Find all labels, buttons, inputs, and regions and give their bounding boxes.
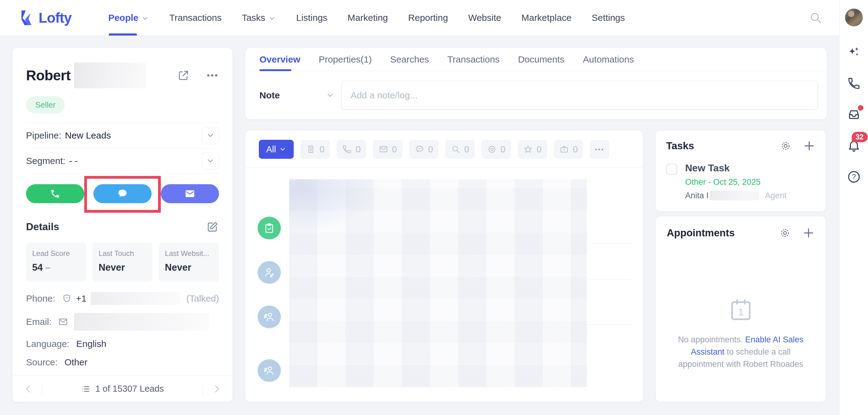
share-contact-icon[interactable] bbox=[177, 69, 190, 82]
right-toolbar: 32 ? bbox=[839, 0, 868, 415]
edit-details-icon[interactable] bbox=[206, 220, 219, 233]
lead-list-position[interactable]: 1 of 15307 Leads bbox=[51, 384, 194, 394]
tasks-settings-icon[interactable] bbox=[780, 140, 792, 152]
filter-emails-chip[interactable]: 0 bbox=[373, 140, 402, 159]
help-icon[interactable]: ? bbox=[847, 170, 861, 184]
timeline-content-redacted bbox=[289, 179, 587, 387]
tab-overview[interactable]: Overview bbox=[259, 48, 300, 71]
tab-automations[interactable]: Automations bbox=[583, 48, 634, 71]
filter-messages-chip[interactable]: 0 bbox=[409, 140, 439, 159]
lead-pagination-bar: 1 of 15307 Leads bbox=[12, 376, 232, 402]
nav-item-people[interactable]: People bbox=[108, 0, 149, 35]
nav-item-website[interactable]: Website bbox=[468, 0, 501, 35]
previous-lead-icon[interactable] bbox=[23, 384, 33, 394]
appointments-title: Appointments bbox=[667, 227, 735, 239]
user-avatar[interactable] bbox=[845, 8, 863, 26]
appointments-empty-message: No appointments. Enable AI Sales Assista… bbox=[668, 333, 814, 370]
filter-calls-chip[interactable]: 0 bbox=[337, 140, 366, 159]
more-options-icon[interactable] bbox=[206, 69, 219, 82]
envelope-outline-icon bbox=[58, 317, 68, 327]
phone-status: (Talked) bbox=[186, 293, 219, 304]
ai-assistant-icon[interactable] bbox=[847, 46, 861, 59]
inbox-icon[interactable] bbox=[847, 107, 861, 121]
add-appointment-icon[interactable] bbox=[802, 227, 815, 239]
shield-question-icon: ? bbox=[62, 294, 72, 303]
call-button[interactable] bbox=[26, 184, 84, 203]
contact-last-name-redacted bbox=[74, 62, 146, 88]
divider bbox=[587, 279, 630, 280]
nav-item-reporting[interactable]: Reporting bbox=[408, 0, 448, 35]
email-address-redacted bbox=[74, 313, 209, 331]
envelope-icon bbox=[378, 144, 389, 154]
search-icon[interactable] bbox=[809, 11, 822, 24]
brand-name: Lofty bbox=[39, 9, 71, 26]
next-lead-icon[interactable] bbox=[212, 384, 222, 394]
stat-last-touch: Last Touch Never bbox=[93, 242, 153, 282]
filter-views-chip[interactable]: 0 bbox=[482, 140, 511, 159]
task-title[interactable]: New Task bbox=[685, 162, 786, 174]
source-row: Source: Other bbox=[26, 357, 219, 367]
task-assignee-role: Agent bbox=[765, 191, 787, 201]
stat-last-website-visit: Last Websit... Never bbox=[159, 242, 219, 282]
task-checkbox[interactable] bbox=[666, 164, 677, 175]
chat-bubble-icon bbox=[415, 144, 425, 154]
pipeline-select[interactable]: Pipeline: New Leads bbox=[26, 123, 219, 148]
divider bbox=[587, 243, 630, 244]
tab-documents[interactable]: Documents bbox=[518, 48, 564, 71]
segment-value: - - bbox=[69, 156, 78, 166]
email-button[interactable] bbox=[161, 184, 219, 203]
stat-lead-score: Lead Score 54– bbox=[26, 242, 86, 282]
note-type-select[interactable]: Note bbox=[259, 90, 335, 100]
contact-type-badge: Seller bbox=[26, 96, 65, 113]
top-nav-bar: Lofty People Transactions Tasks Listings… bbox=[0, 0, 839, 36]
eye-icon bbox=[487, 144, 497, 154]
timeline-body bbox=[245, 168, 643, 388]
chevron-down-icon[interactable] bbox=[202, 127, 219, 144]
chevron-down-icon[interactable] bbox=[202, 152, 219, 170]
appointments-settings-icon[interactable] bbox=[779, 227, 791, 239]
notifications-bell-icon[interactable]: 32 bbox=[847, 139, 861, 153]
filter-searches-chip[interactable]: 0 bbox=[445, 140, 475, 159]
nav-item-listings[interactable]: Listings bbox=[296, 0, 328, 35]
timeline-event-person-transfer-icon bbox=[257, 359, 281, 382]
filter-more-button[interactable]: ... bbox=[590, 140, 609, 159]
briefcase-icon bbox=[559, 144, 569, 154]
sms-button[interactable] bbox=[93, 184, 152, 203]
nav-item-transactions[interactable]: Transactions bbox=[169, 0, 222, 35]
nav-item-marketing[interactable]: Marketing bbox=[348, 0, 388, 35]
chevron-down-icon bbox=[279, 146, 286, 153]
chevron-down-icon bbox=[268, 14, 276, 22]
task-assignee: Anita I bbox=[685, 191, 709, 201]
contact-tabs: Overview Properties(1) Searches Transact… bbox=[245, 48, 827, 71]
lofty-logo-icon bbox=[19, 9, 34, 26]
tab-transactions[interactable]: Transactions bbox=[447, 48, 500, 71]
svg-text:?: ? bbox=[66, 296, 68, 301]
nav-item-tasks[interactable]: Tasks bbox=[242, 0, 276, 35]
filter-all-button[interactable]: All bbox=[259, 140, 294, 159]
nav-item-settings[interactable]: Settings bbox=[592, 0, 625, 35]
tab-searches[interactable]: Searches bbox=[390, 48, 429, 71]
dialer-icon[interactable] bbox=[847, 77, 861, 90]
divider bbox=[203, 382, 203, 396]
contact-panel: Robert Seller Pipeline: New Leads Segmen… bbox=[12, 48, 233, 402]
note-input[interactable] bbox=[341, 81, 818, 110]
inbox-unread-dot bbox=[858, 105, 863, 111]
activity-filter-row: All 0 0 0 0 0 0 0 bbox=[245, 130, 643, 168]
segment-select[interactable]: Segment: - - bbox=[26, 148, 219, 174]
filter-notes-chip[interactable]: 0 bbox=[301, 140, 330, 159]
appointments-panel: Appointments 1 No appointments. Enable A… bbox=[655, 216, 826, 402]
tab-properties[interactable]: Properties(1) bbox=[318, 48, 372, 71]
nav-item-marketplace[interactable]: Marketplace bbox=[521, 0, 571, 35]
chevron-down-icon bbox=[326, 91, 335, 99]
timeline-event-clipboard-check-icon bbox=[257, 217, 281, 239]
lofty-logo[interactable]: Lofty bbox=[19, 9, 71, 26]
phone-row: Phone: ? +1 (Talked) bbox=[26, 292, 219, 305]
contact-first-name: Robert bbox=[26, 67, 70, 84]
email-row: Email: bbox=[26, 313, 219, 331]
phone-country-code[interactable]: +1 bbox=[76, 293, 86, 304]
overview-card: Overview Properties(1) Searches Transact… bbox=[245, 48, 827, 120]
add-task-icon[interactable] bbox=[803, 140, 815, 152]
filter-favorites-chip[interactable]: 0 bbox=[518, 140, 547, 159]
filter-showings-chip[interactable]: 0 bbox=[554, 140, 583, 159]
divider bbox=[587, 324, 630, 325]
